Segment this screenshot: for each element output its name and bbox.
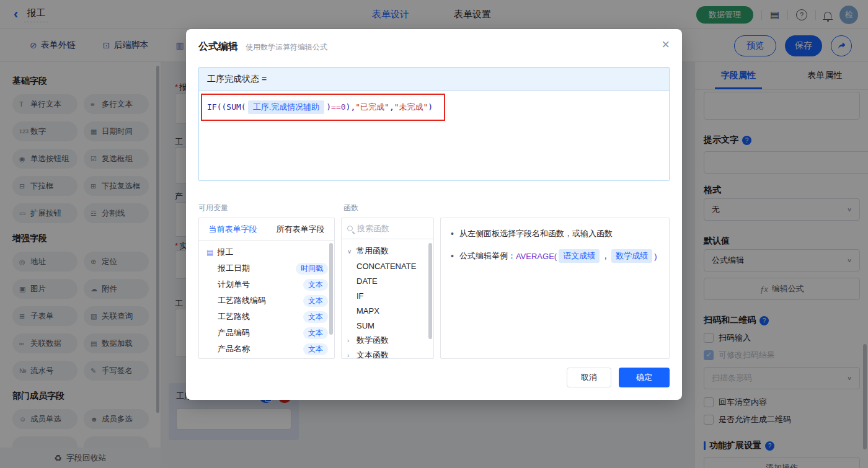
function-item[interactable]: MAPX	[342, 303, 433, 318]
modal-columns: 可用变量 函数 当前表单字段 所有表单字段 ▤ 报工 报	[198, 203, 670, 359]
variable-item[interactable]: 报工日期时间戳	[199, 260, 334, 276]
variables-label: 可用变量	[198, 203, 331, 213]
variable-item[interactable]: 工艺路线编码文本	[199, 293, 334, 309]
function-item[interactable]: CONCATENATE	[342, 258, 433, 273]
formula-editor-modal: 公式编辑 使用数学运算符编辑公式 × 工序完成状态 = IF((SUM(工序.完…	[186, 29, 682, 400]
function-search	[342, 218, 433, 239]
type-badge: 文本	[303, 327, 328, 339]
variables-scrollbar[interactable]	[329, 243, 333, 335]
chevron-right-icon: ›	[347, 352, 353, 359]
chevron-right-icon: ›	[347, 337, 353, 344]
function-item[interactable]: SUM	[342, 318, 433, 333]
type-badge: 文本	[303, 295, 328, 307]
variable-item[interactable]: 工艺路线文本	[199, 309, 334, 325]
form-doc-icon: ▤	[206, 248, 213, 257]
functions-panel: ∨常用函数 CONCATENATE DATE IF MAPX SUM ›数学函数…	[341, 218, 434, 359]
variable-root-label: 报工	[217, 247, 233, 258]
example-function: AVERAGE(	[516, 252, 557, 261]
formula-target: 工序完成状态 =	[199, 68, 669, 91]
modal-subtitle: 使用数学运算符编辑公式	[246, 42, 327, 53]
modal-header: 公式编辑 使用数学运算符编辑公式	[186, 29, 682, 53]
type-badge: 文本	[303, 279, 328, 291]
function-group-common[interactable]: ∨常用函数	[342, 244, 433, 258]
hint-line-2: • 公式编辑举例： AVERAGE( 语文成绩 ， 数学成绩 )	[451, 249, 659, 263]
type-badge: 时间戳	[296, 263, 328, 275]
app-root: ‹ 报工 表单设计 表单设置 数据管理 ▤ ? 检 ⊘ 表单外链 ⊡ 后端脚本 …	[0, 0, 868, 468]
formula-paren: ),	[346, 102, 356, 112]
hint-line-1: • 从左侧面板选择字段名和函数，或输入函数	[451, 228, 659, 239]
variable-root-node[interactable]: ▤ 报工	[199, 244, 334, 260]
formula-expression[interactable]: IF((SUM(工序.完成情况辅助)==0),"已完成","未完成")	[207, 100, 433, 114]
formula-function: IF((SUM(	[207, 102, 246, 112]
type-badge: 文本	[303, 311, 328, 323]
formula-paren: )	[326, 102, 331, 112]
function-tree: ∨常用函数 CONCATENATE DATE IF MAPX SUM ›数学函数…	[342, 239, 433, 359]
formula-paren: )	[428, 102, 433, 112]
example-separator: ，	[601, 250, 609, 262]
bullet-icon: •	[451, 229, 454, 239]
tab-all-form-fields[interactable]: 所有表单字段	[267, 218, 334, 240]
variable-item[interactable]: 产品编码文本	[199, 325, 334, 341]
formula-comma: ,	[389, 102, 394, 112]
variables-panel: 当前表单字段 所有表单字段 ▤ 报工 报工日期时间戳 计划单号文本 工艺路线编码…	[198, 218, 335, 359]
modal-title: 公式编辑	[198, 40, 238, 53]
bullet-icon: •	[451, 251, 454, 261]
formula-annotation-box: IF((SUM(工序.完成情况辅助)==0),"已完成","未完成")	[201, 94, 445, 121]
formula-operator: ==	[331, 102, 341, 112]
confirm-button[interactable]: 确定	[619, 368, 670, 387]
field-variable-chip[interactable]: 工序.完成情况辅助	[248, 100, 325, 114]
function-item[interactable]: DATE	[342, 273, 433, 288]
functions-label: 函数	[343, 203, 434, 213]
variables-tabs: 当前表单字段 所有表单字段	[199, 218, 334, 241]
example-paren: )	[654, 252, 657, 261]
variable-item[interactable]: 计划单号文本	[199, 276, 334, 293]
variable-item[interactable]: 产品名称文本	[199, 341, 334, 357]
variables-list: ▤ 报工 报工日期时间戳 计划单号文本 工艺路线编码文本 工艺路线文本 产品编码…	[199, 241, 334, 359]
chevron-down-icon: ∨	[347, 248, 353, 255]
function-search-input[interactable]	[357, 224, 428, 233]
cancel-button[interactable]: 取消	[567, 368, 611, 387]
formula-box: 工序完成状态 = IF((SUM(工序.完成情况辅助)==0),"已完成","未…	[198, 67, 670, 181]
function-group-math[interactable]: ›数学函数	[342, 333, 433, 348]
functions-scrollbar[interactable]	[428, 243, 432, 339]
function-group-text[interactable]: ›文本函数	[342, 348, 433, 359]
formula-string: "已完成"	[355, 102, 389, 112]
search-icon	[347, 226, 353, 231]
close-icon[interactable]: ×	[662, 38, 670, 51]
modal-footer: 取消 确定	[567, 368, 670, 387]
tab-current-form-fields[interactable]: 当前表单字段	[199, 218, 267, 240]
formula-number: 0	[341, 102, 346, 112]
formula-string: "未完成"	[394, 102, 428, 112]
example-field-chip: 语文成绩	[559, 249, 600, 263]
formula-editor-area[interactable]: IF((SUM(工序.完成情况辅助)==0),"已完成","未完成")	[199, 91, 669, 180]
hints-panel: • 从左侧面板选择字段名和函数，或输入函数 • 公式编辑举例： AVERAGE(…	[440, 218, 670, 359]
function-item[interactable]: IF	[342, 288, 433, 303]
type-badge: 文本	[303, 343, 328, 355]
example-field-chip: 数学成绩	[611, 249, 652, 263]
